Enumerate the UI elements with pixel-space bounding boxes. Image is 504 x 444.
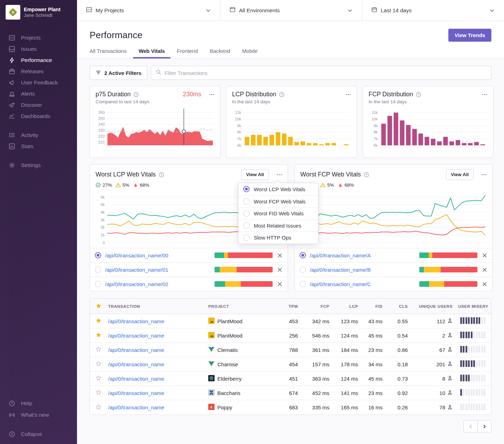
tab-all-transactions[interactable]: All Transactions <box>90 48 127 58</box>
star-column-header[interactable] <box>90 303 105 310</box>
menu-option-worst-fid-web-vitals[interactable]: Worst FID Web Vitals <box>238 207 318 220</box>
sidebar-item-dashboards[interactable]: Dashboards <box>0 111 77 122</box>
svg-text:?: ? <box>418 93 419 96</box>
transaction-link[interactable]: /api/0/transaction_name/01 <box>105 267 211 273</box>
sidebar-collapse-button[interactable]: Collapse <box>0 428 77 440</box>
column-header-fid[interactable]: FID <box>361 304 385 308</box>
close-icon[interactable] <box>276 266 283 273</box>
view-all-button[interactable]: View All <box>446 169 474 180</box>
close-icon[interactable] <box>481 266 488 273</box>
tab-backend[interactable]: Backend <box>210 48 230 58</box>
user-misery-cell <box>455 317 491 325</box>
question-icon[interactable]: ? <box>416 92 421 97</box>
transaction-link[interactable]: /api/0/transaction_name <box>108 318 164 324</box>
ellipsis-menu-icon[interactable] <box>276 172 282 178</box>
transaction-link[interactable]: /api/0/transaction_name <box>108 347 164 353</box>
question-icon[interactable]: ? <box>364 172 369 178</box>
transaction-link[interactable]: /api/0/transaction_name/B <box>310 267 415 273</box>
sidebar-item-discover[interactable]: Discover <box>0 99 77 111</box>
sidebar-item-user-feedback[interactable]: User Feedback <box>0 77 77 88</box>
daterange-selector[interactable]: Last 14 days <box>362 0 504 21</box>
column-header-project[interactable]: PROJECT <box>205 304 280 308</box>
sidebar-item-activity[interactable]: Activity <box>0 130 77 141</box>
ellipsis-menu-icon[interactable] <box>482 92 488 97</box>
sidebar-item-alerts[interactable]: Alerts <box>0 88 77 99</box>
transaction-link[interactable]: /api/0/transaction_name <box>108 333 164 339</box>
sidebar-item-settings[interactable]: Settings <box>0 160 77 171</box>
close-icon[interactable] <box>481 281 488 287</box>
environment-selector[interactable]: All Environments <box>220 0 362 21</box>
transaction-link[interactable]: /api/0/transaction_name/00 <box>105 252 211 258</box>
stats-icon <box>8 143 15 150</box>
transaction-link[interactable]: /api/0/transaction_name <box>108 361 164 367</box>
sidebar-item-issues[interactable]: Issues <box>0 43 77 55</box>
radio-button[interactable] <box>95 281 101 287</box>
sidebar-item-performance[interactable]: Performance <box>0 55 77 66</box>
radio-button[interactable] <box>95 252 101 258</box>
transaction-link[interactable]: /api/0/transaction_name <box>108 404 164 410</box>
star-filled-icon[interactable] <box>90 332 105 339</box>
radio-button[interactable] <box>243 186 250 192</box>
ellipsis-menu-icon[interactable] <box>481 172 487 178</box>
sidebar-item-projects[interactable]: Projects <box>0 32 77 43</box>
previous-page-button[interactable] <box>464 421 477 432</box>
org-switcher[interactable]: Empower Plant Jane Schmidt <box>0 0 77 23</box>
radio-button[interactable] <box>95 266 101 273</box>
column-header-user-misery[interactable]: USER MISERY <box>455 304 491 308</box>
column-header-tpm[interactable]: TPM <box>280 304 301 308</box>
column-header-transaction[interactable]: TRANSACTION <box>105 304 205 308</box>
tab-frontend[interactable]: Frontend <box>177 48 198 58</box>
sidebar-item-stats[interactable]: Stats <box>0 141 77 152</box>
column-header-fcp[interactable]: FCP <box>301 304 332 308</box>
ellipsis-menu-icon[interactable] <box>345 92 351 97</box>
column-header-cls[interactable]: CLS <box>385 304 411 308</box>
daterange-selector-label: Last 14 days <box>381 7 412 14</box>
radio-button[interactable] <box>300 281 306 287</box>
question-icon[interactable]: ? <box>133 92 139 97</box>
active-filters-button[interactable]: 2 Active Filters <box>90 66 147 80</box>
menu-option-worst-fcp-web-vitals[interactable]: Worst FCP Web Vitals <box>238 195 318 208</box>
star-outline-icon[interactable] <box>90 375 105 382</box>
close-icon[interactable] <box>276 281 283 287</box>
lcp-cell: 141 ms <box>332 390 361 396</box>
star-outline-icon[interactable] <box>90 346 105 353</box>
tab-mobile[interactable]: Mobile <box>242 48 258 58</box>
transaction-link[interactable]: /api/0/transaction_name <box>108 376 164 382</box>
transaction-link[interactable]: /api/0/transaction_name/C <box>310 281 415 287</box>
radio-button[interactable] <box>243 210 250 217</box>
tab-web-vitals[interactable]: Web Vitals <box>139 48 165 58</box>
radio-button[interactable] <box>243 198 250 204</box>
ellipsis-menu-icon[interactable] <box>209 92 215 97</box>
view-trends-button[interactable]: View Trends <box>448 29 491 42</box>
radio-button[interactable] <box>300 266 306 273</box>
column-header-lcp[interactable]: LCP <box>332 304 361 308</box>
table-body: /api/0/transaction_nameJSPlantMood453342… <box>90 314 491 415</box>
radio-button[interactable] <box>300 252 306 258</box>
menu-option-most-related-issues[interactable]: Most Related Issues <box>238 220 318 232</box>
star-filled-icon[interactable] <box>90 318 105 325</box>
column-header-unique-users[interactable]: UNIQUE USERS <box>411 304 455 308</box>
star-outline-icon[interactable] <box>90 361 105 368</box>
radio-button[interactable] <box>243 222 250 229</box>
project-selector[interactable]: My Projects <box>77 0 220 21</box>
question-icon[interactable]: ? <box>159 172 164 178</box>
view-all-button[interactable]: View All <box>241 169 269 180</box>
svg-text:7k: 7k <box>373 137 378 141</box>
lcp-distribution-card: LCP Distribution ? In the last 14 days 1… <box>226 86 357 158</box>
star-outline-icon[interactable] <box>90 389 105 396</box>
sidebar-item-what-s-new[interactable]: What’s new <box>0 409 77 421</box>
star-outline-icon[interactable] <box>90 404 105 411</box>
close-icon[interactable] <box>481 252 488 258</box>
question-icon[interactable]: ? <box>279 92 285 97</box>
next-page-button[interactable] <box>477 421 491 432</box>
transaction-link[interactable]: /api/0/transaction_name <box>108 390 164 396</box>
sidebar-item-help[interactable]: ?Help <box>0 397 77 409</box>
transaction-link[interactable]: /api/0/transaction_name/A <box>310 252 415 258</box>
close-icon[interactable] <box>276 252 283 258</box>
search-input[interactable] <box>164 70 486 76</box>
radio-button[interactable] <box>243 235 250 241</box>
transaction-link[interactable]: /api/0/transaction_name/02 <box>105 281 211 287</box>
sidebar-item-releases[interactable]: Releases <box>0 66 77 77</box>
menu-option-slow-http-ops[interactable]: Slow HTTP Ops <box>238 231 318 244</box>
menu-option-worst-lcp-web-vitals[interactable]: Worst LCP Web Vitals <box>238 183 318 195</box>
